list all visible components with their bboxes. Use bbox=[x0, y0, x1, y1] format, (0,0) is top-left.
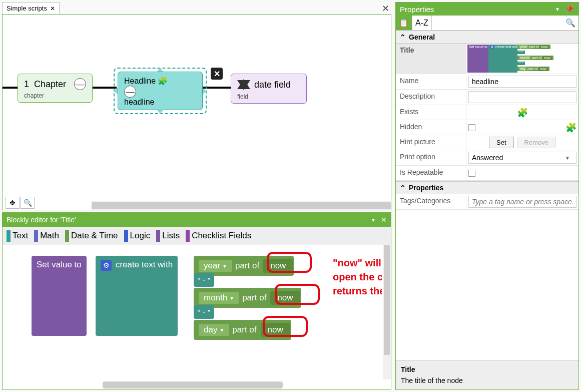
properties-title: Properties bbox=[400, 5, 434, 14]
puzzle-icon[interactable]: 🧩 bbox=[565, 122, 576, 133]
puzzle-icon[interactable]: 🧩 bbox=[517, 107, 528, 118]
row-name[interactable]: Name bbox=[396, 74, 578, 90]
node-field-title: date field bbox=[254, 80, 291, 90]
row-hint-picture[interactable]: Hint picture Set Remove bbox=[396, 135, 578, 150]
row-label: Hint picture bbox=[396, 135, 466, 150]
close-panel-icon[interactable]: ✕ bbox=[382, 3, 389, 14]
blockly-titlebar: Blockly editor for 'Title' ▼ ✕ bbox=[3, 213, 391, 227]
row-print-option[interactable]: Print option Answered▼ bbox=[396, 150, 578, 166]
block-separator[interactable]: “ - ” bbox=[194, 273, 214, 287]
resize-handle-left[interactable] bbox=[114, 88, 118, 94]
properties-search-input[interactable] bbox=[435, 19, 565, 27]
row-description[interactable]: Description bbox=[396, 90, 578, 105]
section-general-header[interactable]: ⌃ General bbox=[396, 31, 578, 44]
row-label: Tags/Categories bbox=[396, 194, 466, 209]
help-body: The title of the node bbox=[401, 376, 573, 384]
name-input[interactable] bbox=[468, 76, 576, 88]
zoom-tool-button[interactable]: 🔍 bbox=[21, 197, 35, 209]
block-set-value[interactable]: Set value to bbox=[32, 256, 87, 336]
annotation-text: "now" will be every time we open the che… bbox=[333, 256, 382, 298]
row-is-repeatable[interactable]: Is Repeatable bbox=[396, 166, 578, 181]
row-label: Name bbox=[396, 74, 466, 89]
chevron-up-icon: ⌃ bbox=[400, 184, 406, 192]
pin-icon[interactable]: 📌 bbox=[565, 5, 574, 14]
categorized-view-button[interactable]: 📋 bbox=[396, 16, 412, 30]
row-tags[interactable]: Tags/Categories bbox=[396, 194, 578, 210]
block-text: part of bbox=[235, 261, 259, 271]
collapse-icon[interactable]: — bbox=[74, 78, 86, 90]
cat-color bbox=[186, 230, 190, 242]
scrollbar-thumb[interactable] bbox=[384, 245, 390, 355]
gear-icon[interactable]: ⚙ bbox=[101, 260, 112, 271]
properties-titlebar: Properties ▼ 📌 bbox=[396, 3, 578, 16]
move-tool-button[interactable]: ✥ bbox=[6, 197, 20, 209]
dropdown-icon[interactable]: ▼ bbox=[371, 217, 376, 223]
cat-color bbox=[156, 230, 160, 242]
row-label: Title bbox=[396, 44, 466, 74]
blockly-categories: Text Math Date & Time Logic Lists Checkl… bbox=[3, 227, 391, 245]
title-formula-thumbnail[interactable]: Set value to ⚙ create text with year par… bbox=[467, 45, 572, 73]
remove-hint-button[interactable]: Remove bbox=[517, 137, 556, 148]
resize-handle-top[interactable] bbox=[157, 68, 163, 72]
dropdown-day[interactable]: day▼ bbox=[199, 324, 229, 336]
block-create-text[interactable]: ⚙ create text with bbox=[96, 256, 178, 336]
blockly-v-scrollbar[interactable] bbox=[383, 245, 391, 379]
row-hidden[interactable]: Hidden 🧩 bbox=[396, 120, 578, 135]
repeatable-checkbox[interactable] bbox=[468, 170, 475, 177]
tab-simple-scripts[interactable]: Simple scripts ✕ bbox=[2, 2, 60, 14]
list-icon: 📋 bbox=[399, 18, 409, 28]
description-input[interactable] bbox=[468, 91, 576, 103]
cat-color bbox=[65, 230, 69, 242]
cat-label: Text bbox=[13, 231, 28, 241]
delete-node-button[interactable]: ✕ bbox=[211, 68, 223, 80]
field-label: year bbox=[204, 261, 220, 271]
node-headline-title: Headline bbox=[124, 77, 156, 85]
category-lists[interactable]: Lists bbox=[156, 230, 180, 242]
blockly-editor-panel: Blockly editor for 'Title' ▼ ✕ Text Math… bbox=[2, 212, 391, 390]
star-icon bbox=[237, 78, 250, 91]
close-blockly-icon[interactable]: ✕ bbox=[381, 216, 387, 224]
search-icon[interactable]: 🔍 bbox=[565, 18, 575, 28]
design-canvas[interactable]: 1 Chapter — chapter ✕ Headline🧩 — headli bbox=[3, 15, 391, 199]
dropdown-month[interactable]: month▼ bbox=[199, 292, 239, 304]
canvas-h-scrollbar[interactable] bbox=[92, 201, 391, 210]
block-label: create text with bbox=[116, 260, 173, 270]
row-label: Is Repeatable bbox=[396, 166, 466, 180]
category-text[interactable]: Text bbox=[7, 230, 28, 242]
blockly-h-scrollbar[interactable] bbox=[103, 381, 283, 388]
dropdown-icon[interactable]: ▼ bbox=[555, 7, 560, 12]
set-hint-button[interactable]: Set bbox=[489, 137, 514, 148]
scrollbar-thumb[interactable] bbox=[92, 202, 391, 209]
category-math[interactable]: Math bbox=[34, 230, 59, 242]
category-checklist-fields[interactable]: Checklist Fields bbox=[186, 230, 251, 242]
alpha-sort-button[interactable]: A-Z bbox=[412, 16, 432, 30]
node-headline[interactable]: Headline🧩 — headline bbox=[118, 72, 203, 110]
row-title[interactable]: Title Set value to ⚙ create text with ye… bbox=[396, 44, 578, 74]
resize-handle-right[interactable] bbox=[203, 88, 207, 94]
collapse-icon[interactable]: — bbox=[124, 86, 136, 98]
dropdown-year[interactable]: year▼ bbox=[199, 260, 232, 272]
section-properties-header[interactable]: ⌃ Properties bbox=[396, 181, 578, 194]
tags-input[interactable] bbox=[468, 196, 576, 208]
resize-handle-bottom[interactable] bbox=[157, 110, 163, 114]
chevron-down-icon: ▼ bbox=[229, 295, 234, 301]
block-separator[interactable]: “ - ” bbox=[194, 305, 214, 319]
node-chapter[interactable]: 1 Chapter — chapter bbox=[18, 74, 93, 103]
cat-color bbox=[7, 230, 11, 242]
category-datetime[interactable]: Date & Time bbox=[65, 230, 118, 242]
mini-month: month part of now bbox=[517, 56, 553, 60]
blockly-workspace[interactable]: Set value to ⚙ create text with year▼ pa… bbox=[3, 245, 382, 379]
mini-sep2: " " bbox=[517, 62, 525, 65]
category-logic[interactable]: Logic bbox=[124, 230, 151, 242]
close-tab-icon[interactable]: ✕ bbox=[50, 6, 55, 12]
chevron-down-icon: ▼ bbox=[219, 327, 224, 333]
node-date-field[interactable]: date field field bbox=[231, 74, 307, 104]
mini-year: year part of now bbox=[517, 45, 550, 49]
hidden-checkbox[interactable] bbox=[468, 124, 475, 131]
mini-sep: " " bbox=[517, 51, 525, 54]
row-exists[interactable]: Exists 🧩 bbox=[396, 105, 578, 120]
node-headline-selection[interactable]: ✕ Headline🧩 — headline bbox=[114, 68, 207, 114]
blockly-title: Blockly editor for 'Title' bbox=[7, 216, 76, 224]
sort-label: A-Z bbox=[415, 19, 428, 28]
print-option-select[interactable]: Answered▼ bbox=[468, 152, 576, 164]
